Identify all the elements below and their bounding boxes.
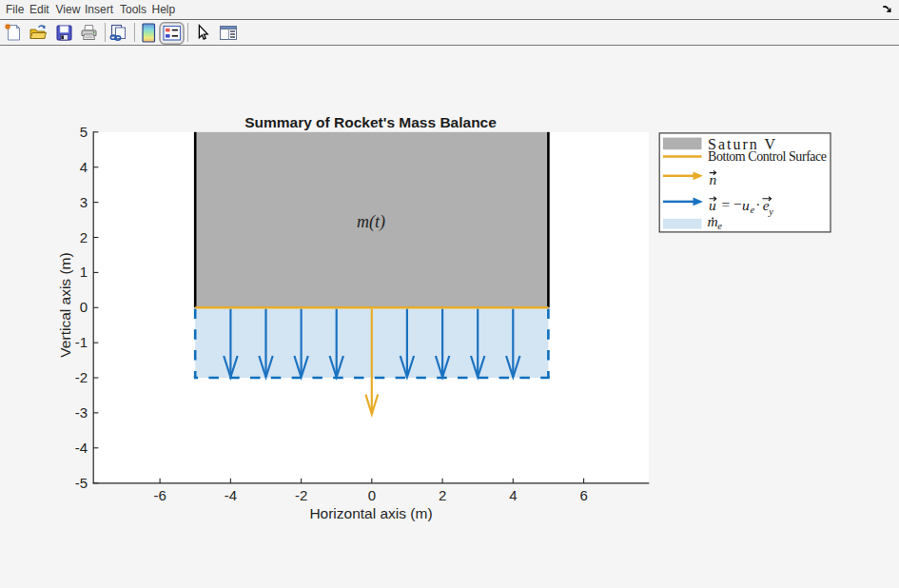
svg-text:y: y — [768, 206, 773, 217]
svg-text:5: 5 — [80, 124, 88, 140]
svg-text:-6: -6 — [153, 487, 166, 503]
svg-text:m(t): m(t) — [357, 212, 385, 232]
svg-text:4: 4 — [509, 487, 517, 503]
svg-text:-2: -2 — [75, 369, 88, 385]
svg-text:2: 2 — [439, 487, 446, 503]
svg-text:-3: -3 — [75, 404, 88, 421]
svg-text:0: 0 — [80, 299, 88, 315]
svg-text:6: 6 — [579, 487, 587, 503]
svg-text:Vertical axis (m): Vertical axis (m) — [57, 252, 73, 357]
svg-text:e: e — [717, 221, 722, 231]
svg-text:Summary of Rocket's Mass Balan: Summary of Rocket's Mass Balance — [244, 114, 497, 130]
svg-text:-4: -4 — [225, 487, 237, 503]
svg-text:m: m — [707, 213, 717, 229]
svg-text:Bottom Control Surface: Bottom Control Surface — [708, 149, 827, 164]
svg-text:u: u — [742, 197, 750, 213]
svg-text:e: e — [751, 205, 755, 215]
svg-text:1: 1 — [80, 264, 88, 280]
svg-text:·: · — [755, 196, 760, 212]
svg-text:2: 2 — [80, 229, 88, 245]
svg-text:-5: -5 — [75, 475, 88, 491]
svg-text:4: 4 — [80, 159, 88, 175]
svg-text:-2: -2 — [295, 487, 307, 503]
svg-text:-1: -1 — [75, 334, 88, 350]
svg-text:0: 0 — [368, 487, 376, 503]
svg-text:= −: = − — [722, 196, 742, 212]
svg-text:3: 3 — [80, 194, 88, 210]
svg-text:Horizontal axis (m): Horizontal axis (m) — [309, 505, 432, 521]
svg-text:-4: -4 — [75, 440, 88, 456]
